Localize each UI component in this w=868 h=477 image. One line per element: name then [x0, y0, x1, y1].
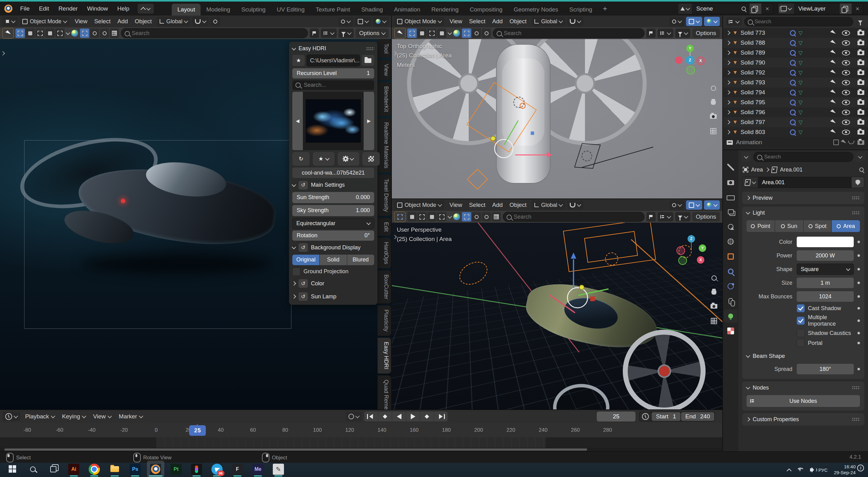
scene-browse-button[interactable]: [678, 3, 692, 14]
shading-solid-button[interactable]: [462, 212, 471, 221]
topbar-menu[interactable]: File: [16, 3, 34, 14]
expand-chevron-icon[interactable]: [726, 100, 731, 105]
app-telegram[interactable]: 06: [211, 464, 223, 476]
select-box-tool[interactable]: [407, 29, 416, 38]
sidebar-tab[interactable]: Tool: [378, 39, 391, 58]
editor-type-button[interactable]: [726, 18, 742, 26]
auto-keying-button[interactable]: [346, 412, 362, 421]
app-figma[interactable]: [190, 464, 203, 476]
light-type-button[interactable]: Area: [832, 220, 860, 232]
animate-dot-icon[interactable]: [858, 332, 860, 334]
scene-name[interactable]: Scene: [692, 5, 738, 12]
transport-button[interactable]: [378, 412, 392, 421]
workspace-tab[interactable]: Modeling: [200, 4, 236, 16]
show-overlays-button[interactable]: [686, 17, 702, 26]
hdri-search-field[interactable]: Search...: [292, 80, 374, 90]
checkbox-icon[interactable]: [833, 140, 839, 145]
view-object-types-button[interactable]: [321, 29, 337, 38]
selectable-toggle-icon[interactable]: [830, 50, 836, 56]
viewport-canvas-render[interactable]: Easy HDRI ★ C:\Users\Vladimir\... Recurs…: [0, 39, 391, 409]
power-field[interactable]: 2000 W: [797, 250, 854, 261]
material-preview-sphere-icon[interactable]: [453, 213, 460, 220]
axis-navigator-gizmo[interactable]: Y Z X: [675, 44, 705, 74]
reset-icon[interactable]: ↺: [299, 243, 308, 252]
viewport-search-input[interactable]: [121, 28, 308, 38]
shading-rendered-button[interactable]: [100, 29, 109, 38]
select-circle-tool[interactable]: [427, 29, 436, 38]
viewport-menu[interactable]: Add: [489, 202, 506, 208]
light-type-button[interactable]: Spot: [804, 220, 832, 232]
fake-user-button[interactable]: [851, 177, 864, 188]
Solid 789[interactable]: ▼ Solid 789 ▽: [723, 48, 868, 58]
Solid 796[interactable]: ▼ Solid 796 ▽: [723, 107, 868, 117]
filter-button[interactable]: [675, 29, 690, 38]
camera-view-icon[interactable]: [710, 114, 717, 119]
expand-chevron-icon[interactable]: [726, 130, 731, 134]
animate-dot-icon[interactable]: [858, 320, 860, 322]
properties-tab-view-layer[interactable]: [724, 205, 738, 218]
select-circle-tool[interactable]: [417, 212, 427, 221]
background-display-option[interactable]: Solid: [320, 255, 347, 265]
light-section-header[interactable]: Light: [742, 207, 864, 219]
settings-dropdown-button[interactable]: [338, 152, 359, 166]
options-button[interactable]: Options: [692, 212, 720, 221]
start-button[interactable]: [6, 464, 19, 476]
transport-button[interactable]: [420, 412, 434, 421]
timeline-menu[interactable]: Keying: [58, 413, 89, 420]
select-lasso-tool[interactable]: [427, 212, 436, 221]
app-illustrator[interactable]: Ai: [68, 464, 80, 476]
current-frame-field[interactable]: 25: [597, 412, 636, 421]
viewport-menu[interactable]: Select: [91, 18, 114, 25]
properties-search-input[interactable]: [753, 152, 853, 162]
show-gizmo-button[interactable]: [338, 17, 353, 26]
workspace-tab[interactable]: Rendering: [426, 4, 464, 16]
hide-render-toggle-icon[interactable]: [858, 41, 864, 45]
hide-render-toggle-icon[interactable]: [858, 70, 864, 75]
material-preview-sphere-icon[interactable]: [71, 30, 78, 37]
strength-slider[interactable]: Sky Strength 1.000: [292, 205, 374, 216]
refresh-button[interactable]: ↻: [292, 152, 310, 166]
topbar-menu[interactable]: Render: [54, 3, 82, 14]
expand-chevron-icon[interactable]: [726, 41, 731, 45]
material-preview-sphere-icon[interactable]: [453, 30, 460, 37]
selectable-toggle-icon[interactable]: [830, 80, 836, 86]
app-substance-painter[interactable]: Pt: [170, 464, 182, 476]
axis-navigator-gizmo[interactable]: Z Y X: [676, 235, 706, 265]
hide-render-toggle-icon[interactable]: [858, 51, 864, 55]
app-explorer[interactable]: [108, 464, 121, 476]
properties-tab-scene[interactable]: [724, 220, 738, 233]
selectable-toggle-icon[interactable]: [830, 129, 836, 135]
options-button[interactable]: Options: [355, 29, 389, 38]
topbar-menu[interactable]: Edit: [34, 3, 54, 14]
light-color-swatch[interactable]: [797, 237, 854, 247]
task-view-button[interactable]: [47, 464, 60, 476]
hide-render-toggle-icon[interactable]: [858, 110, 864, 115]
start-frame-field[interactable]: Start1: [652, 412, 680, 421]
show-gizmo-button[interactable]: [669, 17, 684, 26]
Solid 792[interactable]: ▼ Solid 792 ▽: [723, 68, 868, 78]
outliner-search-input[interactable]: [744, 17, 853, 26]
sidebar-tab[interactable]: Quad Remesh: [378, 375, 391, 409]
selectable-toggle-icon[interactable]: [830, 70, 836, 76]
pin-icon[interactable]: [859, 168, 864, 172]
blender-logo-icon[interactable]: [4, 5, 12, 13]
viewport-search-input[interactable]: [503, 212, 645, 222]
custom-properties-header[interactable]: Custom Properties: [742, 413, 864, 425]
shading-mode-button[interactable]: [373, 17, 389, 26]
workspace-tab[interactable]: Shading: [355, 4, 389, 16]
outliner-filter-button[interactable]: [856, 17, 865, 26]
hdri-name-field[interactable]: cool-and-wa...07b542e21: [292, 168, 374, 178]
zoom-tool-icon[interactable]: [711, 275, 717, 281]
shading-rendered-button[interactable]: [482, 212, 491, 221]
topbar-menu[interactable]: Window: [83, 3, 113, 14]
export-button[interactable]: [137, 4, 154, 13]
properties-tab-modifiers[interactable]: [724, 265, 738, 278]
datablock-name-field[interactable]: Area.001: [758, 177, 851, 188]
wifi-icon[interactable]: [797, 468, 804, 472]
viewlayer-copy-button[interactable]: [840, 3, 851, 14]
reset-icon[interactable]: ↺: [299, 181, 308, 189]
hide-viewport-toggle-icon[interactable]: [842, 100, 850, 105]
properties-tab-physics[interactable]: [724, 280, 738, 293]
hide-render-toggle-icon[interactable]: [858, 120, 864, 125]
properties-tab-tool[interactable]: [724, 161, 738, 174]
